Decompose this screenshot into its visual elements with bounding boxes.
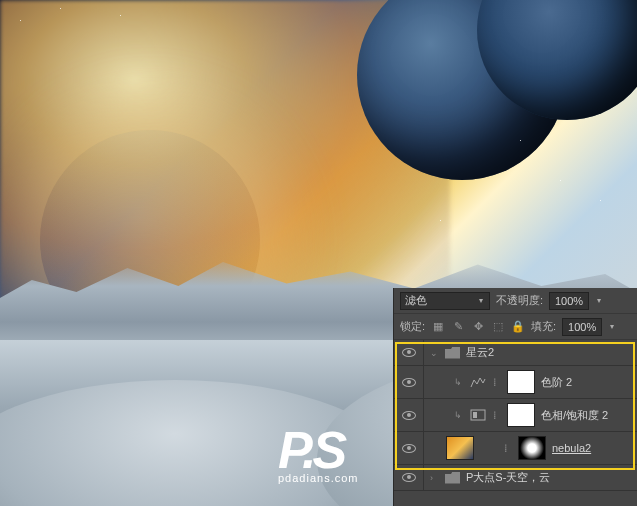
watermark-url: pdadians.com [278,472,359,484]
layer-name: 色阶 2 [541,375,572,390]
disclosure-icon[interactable]: › [430,473,439,483]
layer-levels-row[interactable]: ↳ ⁞ 色阶 2 [394,366,637,399]
lock-transparent-icon[interactable]: ▦ [431,320,445,334]
chevron-down-icon[interactable]: ▾ [608,322,616,331]
svg-rect-1 [473,412,477,418]
mask-thumbnail[interactable] [507,403,535,427]
layer-huesat-row[interactable]: ↳ ⁞ 色相/饱和度 2 [394,399,637,432]
lock-all-icon[interactable]: 🔒 [511,320,525,334]
layer-group-row[interactable]: › P大点S-天空，云 [394,465,637,491]
lock-fill-row: 锁定: ▦ ✎ ✥ ⬚ 🔒 填充: 100% ▾ [394,314,637,340]
blend-opacity-row: 滤色 ▾ 不透明度: 100% ▾ [394,288,637,314]
visibility-icon[interactable] [402,378,416,387]
link-mask-icon[interactable]: ⁞ [493,408,501,422]
folder-icon [445,347,460,359]
star [120,15,121,16]
layer-name: 星云2 [466,345,494,360]
mask-thumbnail[interactable] [518,436,546,460]
folder-icon [445,472,460,484]
star [60,8,61,9]
fill-input[interactable]: 100% [562,318,602,336]
lock-position-icon[interactable]: ✥ [471,320,485,334]
watermark: P.S pdadians.com [278,420,359,484]
layer-name: 色相/饱和度 2 [541,408,608,423]
star [20,20,21,21]
star [520,140,521,141]
layers-panel: 滤色 ▾ 不透明度: 100% ▾ 锁定: ▦ ✎ ✥ ⬚ 🔒 填充: 100%… [393,288,637,506]
star [600,200,601,201]
clip-indicator-icon: ↳ [454,377,463,387]
star [560,180,561,181]
visibility-icon[interactable] [402,411,416,420]
opacity-label: 不透明度: [496,293,543,308]
visibility-icon[interactable] [402,473,416,482]
blend-mode-select[interactable]: 滤色 ▾ [400,292,490,310]
chevron-down-icon[interactable]: ▾ [595,296,603,305]
link-mask-icon[interactable]: ⁞ [504,441,512,455]
visibility-icon[interactable] [402,444,416,453]
layer-thumbnail[interactable] [446,436,474,460]
layer-nebula-row[interactable]: ⁞ nebula2 [394,432,637,465]
lock-label: 锁定: [400,319,425,334]
blend-mode-value: 滤色 [405,293,427,308]
clip-indicator-icon: ↳ [454,410,463,420]
opacity-input[interactable]: 100% [549,292,589,310]
lock-pixels-icon[interactable]: ✎ [451,320,465,334]
huesat-adjustment-icon [469,407,487,423]
layer-name: P大点S-天空，云 [466,470,550,485]
layer-name: nebula2 [552,442,591,454]
disclosure-icon[interactable]: ⌄ [430,348,439,358]
visibility-icon[interactable] [402,348,416,357]
watermark-logo: P.S [278,420,359,480]
mask-thumbnail[interactable] [507,370,535,394]
link-mask-icon[interactable]: ⁞ [493,375,501,389]
lock-artboard-icon[interactable]: ⬚ [491,320,505,334]
layer-group-row[interactable]: ⌄ 星云2 [394,340,637,366]
star [440,220,441,221]
smart-object-icon [480,440,498,456]
levels-adjustment-icon [469,374,487,390]
fill-label: 填充: [531,319,556,334]
chevron-down-icon: ▾ [477,296,485,305]
